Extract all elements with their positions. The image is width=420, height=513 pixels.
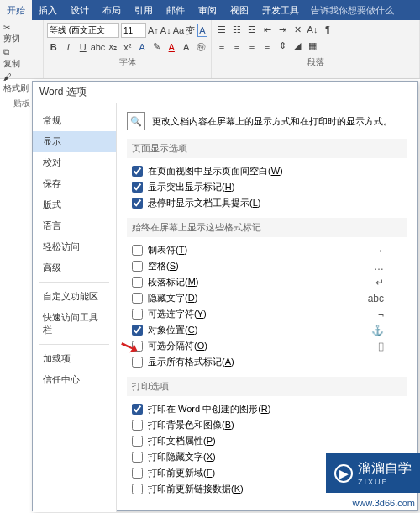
markopt-label-4: 可选连字符(Y) [148, 308, 207, 320]
watermark-url: www.3d66.com [352, 498, 415, 508]
sidebar-item-typography[interactable]: 版式 [33, 194, 116, 215]
options-dialog: Word 选项 常规 显示 校对 保存 版式 语言 轻松访问 高级 自定义功能区… [32, 81, 418, 511]
tab-layout[interactable]: 布局 [96, 0, 128, 20]
markopt-checkbox-2[interactable] [132, 277, 143, 288]
align-left-icon[interactable]: ≡ [215, 40, 228, 53]
tab-developer[interactable]: 开发工具 [255, 0, 306, 20]
font-group-label: 字体 [47, 55, 207, 68]
printopt-checkbox-4[interactable] [132, 468, 143, 479]
watermark-logo-icon: ▶ [334, 464, 353, 483]
clipboard-group: ✂ 剪切 ⧉ 复制 🖌 格式刷 贴板 [0, 20, 44, 78]
tab-mailings[interactable]: 邮件 [160, 0, 192, 20]
shading-icon[interactable]: ◢ [291, 40, 304, 53]
markopt-checkbox-4[interactable] [132, 309, 143, 320]
bullets-icon[interactable]: ☰ [215, 23, 228, 36]
option-row: 可选分隔符(O)⌷ [127, 338, 407, 354]
font-name-input[interactable] [47, 23, 119, 38]
tell-me[interactable]: 告诉我你想要做什么 [306, 4, 399, 17]
sidebar-item-advanced[interactable]: 高级 [33, 257, 116, 278]
option-row: 显示突出显示标记(H) [127, 179, 407, 195]
align-right-icon[interactable]: ≡ [245, 40, 259, 53]
section-page-display: 页面显示选项 [127, 139, 407, 158]
copy-button[interactable]: ⧉ 复制 [3, 46, 39, 71]
text-direction-icon[interactable]: ✕ [291, 23, 304, 36]
tab-review[interactable]: 审阅 [192, 0, 223, 20]
printopt-label-4: 打印前更新域(F) [148, 467, 215, 479]
borders-icon[interactable]: ▦ [306, 40, 319, 53]
numbering-icon[interactable]: ☷ [230, 23, 244, 36]
phonetic-icon[interactable]: 变 [186, 24, 196, 37]
sidebar-item-customize-ribbon[interactable]: 自定义功能区 [33, 286, 116, 307]
sidebar-item-qat[interactable]: 快速访问工具栏 [33, 307, 116, 341]
printopt-checkbox-0[interactable] [132, 404, 143, 415]
decrease-indent-icon[interactable]: ⇤ [260, 23, 274, 36]
superscript-icon[interactable]: x² [121, 40, 134, 54]
pageopt-checkbox-0[interactable] [132, 166, 143, 177]
markopt-symbol-1: … [374, 261, 384, 272]
option-row: 对象位置(C)⚓ [127, 322, 407, 338]
sidebar-item-save[interactable]: 保存 [33, 173, 116, 194]
watermark: ▶ 溜溜自学 ZIXUE [326, 453, 420, 493]
pageopt-label-0: 在页面视图中显示页面间空白(W) [148, 165, 283, 177]
printopt-label-2: 打印文档属性(P) [148, 435, 216, 447]
section-print: 打印选项 [127, 377, 407, 396]
sidebar-item-proofing[interactable]: 校对 [33, 152, 116, 173]
markopt-label-6: 可选分隔符(O) [148, 340, 207, 352]
increase-indent-icon[interactable]: ⇥ [276, 23, 289, 36]
multilevel-icon[interactable]: ☲ [245, 23, 259, 36]
justify-icon[interactable]: ≡ [260, 40, 274, 53]
char-shading-icon[interactable]: A [180, 40, 193, 54]
sidebar-item-display[interactable]: 显示 [33, 131, 116, 152]
markopt-checkbox-0[interactable] [132, 245, 143, 256]
pageopt-checkbox-1[interactable] [132, 182, 143, 193]
printopt-checkbox-3[interactable] [132, 452, 143, 463]
sidebar-item-ease[interactable]: 轻松访问 [33, 236, 116, 257]
options-content: 🔍 更改文档内容在屏幕上的显示方式和在打印时的显示方式。 页面显示选项 在页面视… [117, 103, 417, 512]
tab-references[interactable]: 引用 [128, 0, 160, 20]
enclose-char-icon[interactable]: ㊕ [195, 40, 208, 54]
font-size-input[interactable] [121, 23, 146, 38]
cut-button[interactable]: ✂ 剪切 [3, 22, 39, 46]
font-color-icon[interactable]: A [165, 40, 179, 54]
line-spacing-icon[interactable]: ⇕ [276, 40, 289, 53]
markopt-symbol-3: abc [368, 293, 384, 304]
tab-home[interactable]: 开始 [0, 0, 32, 20]
sidebar-item-language[interactable]: 语言 [33, 215, 116, 236]
char-border-icon[interactable]: A [197, 24, 207, 37]
printopt-checkbox-1[interactable] [132, 420, 143, 431]
tab-insert[interactable]: 插入 [32, 0, 64, 20]
italic-icon[interactable]: I [62, 40, 76, 54]
show-marks-icon[interactable]: ¶ [321, 23, 334, 36]
markopt-symbol-5: ⚓ [371, 325, 384, 336]
content-intro: 更改文档内容在屏幕上的显示方式和在打印时的显示方式。 [152, 115, 392, 128]
markopt-checkbox-3[interactable] [132, 293, 143, 304]
sort-icon[interactable]: A↓ [306, 23, 319, 36]
sidebar-item-addins[interactable]: 加载项 [33, 348, 116, 369]
section-format-marks: 始终在屏幕上显示这些格式标记 [127, 218, 407, 237]
underline-icon[interactable]: U [76, 40, 90, 54]
paragraph-group: ☰ ☷ ☲ ⇤ ⇥ ✕ A↓ ¶ ≡ ≡ ≡ ≡ ⇕ ◢ ▦ 段落 [212, 20, 420, 78]
highlight-icon[interactable]: ✎ [150, 40, 164, 54]
tab-design[interactable]: 设计 [64, 0, 96, 20]
option-row: 空格(S)… [127, 258, 407, 274]
sidebar-item-trust[interactable]: 信任中心 [33, 369, 116, 390]
sidebar-item-general[interactable]: 常规 [33, 110, 116, 131]
align-center-icon[interactable]: ≡ [230, 40, 244, 53]
text-effects-icon[interactable]: A [136, 40, 150, 54]
increase-font-icon[interactable]: A↑ [148, 24, 159, 37]
change-case-icon[interactable]: Aa [173, 24, 184, 37]
decrease-font-icon[interactable]: A↓ [160, 24, 171, 37]
pageopt-checkbox-2[interactable] [132, 198, 143, 209]
printopt-checkbox-2[interactable] [132, 436, 143, 447]
strike-icon[interactable]: abc [92, 40, 105, 54]
markopt-symbol-6: ⌷ [378, 341, 384, 352]
markopt-checkbox-1[interactable] [132, 261, 143, 272]
page-icon: 🔍 [127, 112, 145, 130]
markopt-label-3: 隐藏文字(D) [148, 292, 197, 304]
tab-view[interactable]: 视图 [223, 0, 255, 20]
printopt-checkbox-5[interactable] [132, 484, 143, 494]
subscript-icon[interactable]: x₂ [107, 40, 120, 54]
printopt-label-5: 打印前更新链接数据(K) [148, 483, 244, 495]
bold-icon[interactable]: B [47, 40, 60, 54]
pageopt-label-2: 悬停时显示文档工具提示(L) [148, 197, 260, 209]
